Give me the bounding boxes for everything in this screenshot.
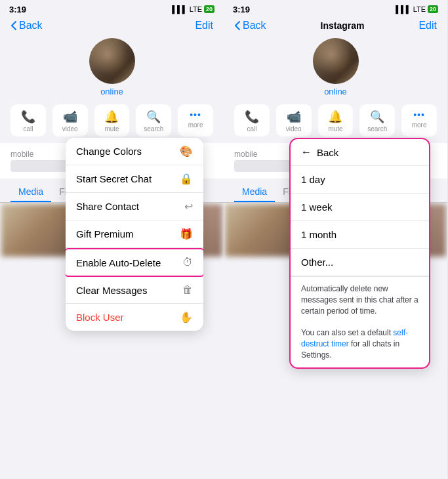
share-contact-icon: ↩	[184, 200, 193, 213]
gift-premium-label: Gift Premium	[76, 228, 134, 240]
submenu-option-1day[interactable]: 1 day	[291, 166, 429, 194]
left-status-bar: 3:19 ▌▌▌ LTE 20	[0, 0, 224, 17]
signal-icon: ▌▌▌	[172, 5, 187, 13]
left-profile-area: online	[0, 35, 224, 100]
left-action-buttons: 📞 call 📹 video 🔔 mute 🔍 search ••• more	[0, 100, 224, 140]
right-battery-badge: 20	[428, 5, 438, 13]
option-1day-label: 1 day	[301, 174, 325, 185]
right-call-button[interactable]: 📞 call	[234, 104, 270, 136]
right-back-button[interactable]: Back	[234, 20, 266, 31]
left-dropdown-menu: Change Colors 🎨 Start Secret Chat 🔒 Shar…	[66, 138, 203, 331]
left-online-status: online	[100, 87, 123, 96]
submenu-option-1month[interactable]: 1 month	[291, 221, 429, 249]
mute-icon: 🔔	[104, 110, 119, 124]
left-edit-button[interactable]: Edit	[195, 20, 213, 31]
left-nav-bar: Back Edit	[0, 17, 224, 35]
menu-item-block-user[interactable]: Block User ✋	[66, 304, 203, 331]
auto-delete-icon: ⏱	[182, 257, 193, 268]
right-signal-icon: ▌▌▌	[396, 5, 411, 13]
submenu-back-icon: ←	[301, 146, 312, 158]
right-mute-label: mute	[328, 125, 342, 133]
menu-item-clear-messages[interactable]: Clear Messages 🗑	[66, 277, 203, 304]
more-label: more	[188, 121, 203, 129]
menu-item-gift-premium[interactable]: Gift Premium 🎁	[66, 220, 203, 248]
right-grid-item-1	[225, 204, 298, 257]
right-lte-label: LTE	[413, 5, 426, 13]
right-search-button[interactable]: 🔍 search	[359, 104, 395, 136]
share-contact-label: Share Contact	[76, 201, 139, 212]
search-icon: 🔍	[146, 110, 161, 124]
right-nav-bar: Back Instagram Edit	[224, 17, 447, 35]
search-label: search	[144, 125, 163, 133]
battery-badge: 20	[204, 5, 214, 13]
menu-item-secret-chat[interactable]: Start Secret Chat 🔒	[66, 165, 203, 193]
right-status-time: 3:19	[233, 5, 250, 14]
right-more-button[interactable]: ••• more	[401, 104, 437, 136]
right-search-label: search	[367, 125, 387, 133]
right-video-button[interactable]: 📹 video	[276, 104, 312, 136]
right-avatar	[313, 38, 359, 84]
change-colors-label: Change Colors	[76, 146, 142, 157]
right-mute-icon: 🔔	[328, 110, 342, 124]
call-icon: 📞	[21, 110, 35, 124]
gift-premium-icon: 🎁	[180, 228, 193, 240]
left-status-time: 3:19	[9, 5, 26, 14]
right-phone-screen: 3:19 ▌▌▌ LTE 20 Back Instagram Edit onli…	[224, 0, 447, 479]
menu-item-share-contact[interactable]: Share Contact ↩	[66, 193, 203, 220]
right-edit-button[interactable]: Edit	[418, 20, 437, 31]
more-icon: •••	[190, 110, 201, 120]
call-label: call	[23, 125, 33, 133]
option-other-label: Other...	[301, 257, 333, 268]
left-phone-screen: 3:19 ▌▌▌ LTE 20 Back Edit online 📞 call …	[0, 0, 224, 479]
clear-messages-icon: 🗑	[182, 284, 193, 296]
submenu-desc-text2: You can also set a default self-destruct…	[301, 328, 408, 360]
right-video-icon: 📹	[287, 110, 301, 124]
submenu-back-label: Back	[317, 147, 338, 158]
submenu-option-other[interactable]: Other...	[291, 249, 429, 276]
right-tab-media[interactable]: Media	[234, 182, 275, 202]
right-action-buttons: 📞 call 📹 video 🔔 mute 🔍 search ••• more	[224, 100, 447, 140]
video-icon: 📹	[63, 110, 77, 124]
submenu-panel: ← Back 1 day 1 week 1 month Other... Aut…	[289, 138, 430, 369]
secret-chat-icon: 🔒	[180, 173, 193, 185]
menu-item-change-colors[interactable]: Change Colors 🎨	[66, 138, 203, 165]
left-status-icons: ▌▌▌ LTE 20	[172, 5, 214, 13]
change-colors-icon: 🎨	[180, 145, 193, 157]
right-search-icon: 🔍	[370, 110, 384, 124]
right-mute-button[interactable]: 🔔 mute	[318, 104, 354, 136]
right-call-icon: 📞	[245, 110, 259, 124]
left-avatar	[89, 38, 135, 84]
right-nav-center: Instagram	[321, 20, 365, 31]
block-user-icon: ✋	[180, 311, 193, 323]
search-button[interactable]: 🔍 search	[136, 104, 171, 136]
right-status-bar: 3:19 ▌▌▌ LTE 20	[224, 0, 447, 17]
video-label: video	[62, 125, 78, 133]
mute-label: mute	[104, 125, 119, 133]
video-button[interactable]: 📹 video	[52, 104, 88, 136]
right-more-label: more	[412, 121, 427, 129]
right-more-icon: •••	[413, 110, 425, 120]
right-status-icons: ▌▌▌ LTE 20	[396, 5, 438, 13]
submenu-header[interactable]: ← Back	[291, 139, 429, 166]
submenu-desc-text1: Automatically delete new messages sent i…	[301, 284, 418, 316]
clear-messages-label: Clear Messages	[76, 285, 147, 296]
tab-media[interactable]: Media	[10, 182, 51, 202]
option-1month-label: 1 month	[301, 229, 336, 240]
left-back-button[interactable]: Back	[10, 20, 43, 31]
auto-delete-label: Enable Auto-Delete	[76, 257, 161, 268]
submenu-description: Automatically delete new messages sent i…	[291, 276, 429, 367]
lte-label: LTE	[190, 5, 202, 13]
submenu-option-1week[interactable]: 1 week	[291, 194, 429, 221]
self-destruct-link[interactable]: self-destruct timer	[301, 328, 408, 348]
right-profile-area: online	[224, 35, 447, 100]
right-online-status: online	[324, 87, 347, 96]
secret-chat-label: Start Secret Chat	[76, 173, 152, 184]
right-call-label: call	[247, 125, 256, 133]
mute-button[interactable]: 🔔 mute	[94, 104, 130, 136]
menu-item-auto-delete[interactable]: Enable Auto-Delete ⏱	[66, 248, 203, 277]
right-video-label: video	[286, 125, 302, 133]
block-user-label: Block User	[76, 312, 124, 323]
call-button[interactable]: 📞 call	[10, 104, 46, 136]
grid-item-1	[1, 204, 74, 257]
more-button[interactable]: ••• more	[178, 104, 213, 136]
